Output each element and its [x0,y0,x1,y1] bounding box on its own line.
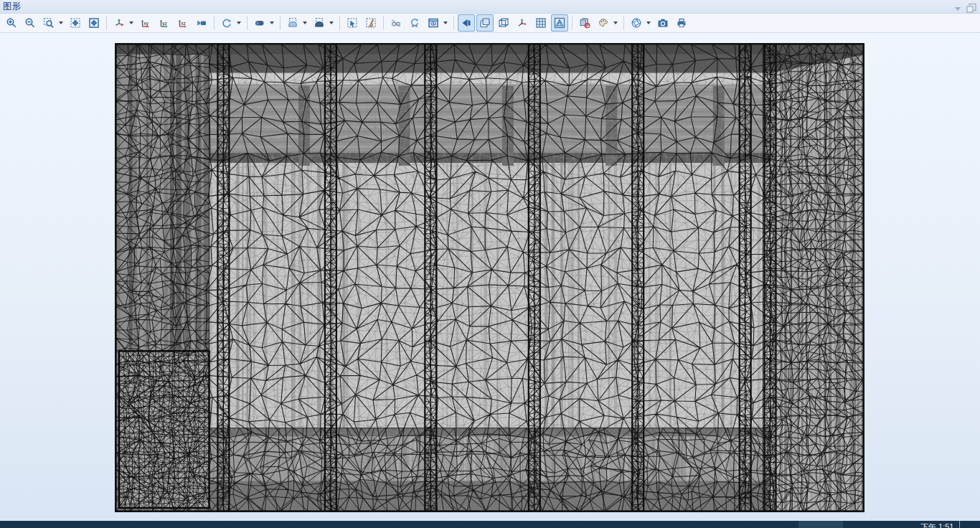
graphics-viewport[interactable] [115,43,864,512]
scene-light-icon [254,17,265,29]
scene-refresh-icon [631,17,642,29]
hide-geometry-icon [579,17,590,29]
graphics-toolbar: xyyzxz [0,14,980,33]
view-xz-button[interactable]: xz [174,14,192,32]
toolbar-separator [339,16,340,30]
add-selection-icon [287,17,298,29]
show-grid-button[interactable] [532,14,550,32]
toolbar-separator [106,16,107,30]
camera-projection-icon [196,17,207,29]
scene-light-dropdown-arrow[interactable] [270,22,274,24]
clear-selection-icon [365,17,377,29]
svg-text:yz: yz [162,21,167,27]
zoom-box-button[interactable] [40,14,57,32]
toolbar-separator [280,16,281,30]
orthographic-projection-button[interactable] [458,14,475,32]
window-titlebar: 图形 [0,0,980,14]
hide-selected-button[interactable] [387,14,405,32]
window-controls [955,2,977,14]
show-mesh-button[interactable] [551,14,568,32]
zoom-out-icon [24,17,36,29]
default-3d-view-icon [113,17,125,29]
zoom-in-icon [6,17,17,29]
show-axes-button[interactable] [514,14,531,32]
zoom-box-icon [43,17,55,29]
hide-geometry-button[interactable] [576,14,593,32]
zoom-extents-button[interactable] [85,14,103,32]
zoom-selected-button[interactable] [67,14,84,32]
hide-selected-icon [390,17,402,29]
windows-taskbar[interactable]: 下午 1:51 [0,521,980,528]
zoom-extents-icon [88,17,100,29]
toolbar-separator [453,16,454,30]
remove-selection-icon [314,17,325,29]
zoom-out-button[interactable] [22,14,39,32]
default-3d-view-dropdown-arrow[interactable] [129,22,133,24]
view-hidden-dropdown-arrow[interactable] [443,22,448,24]
rotate-button[interactable] [218,14,235,32]
clear-selection-button[interactable] [362,14,380,32]
zoom-selected-icon [70,17,81,29]
show-axes-icon [517,17,528,29]
scene-refresh-dropdown-arrow[interactable] [646,22,651,24]
view-hidden-icon [428,17,439,29]
default-3d-view-button[interactable] [110,14,128,32]
toolbar-separator [214,16,215,30]
add-selection-button[interactable] [284,14,301,32]
zoom-in-button[interactable] [3,14,20,32]
rotate-icon [221,17,232,29]
print-button[interactable] [673,14,690,32]
view-yz-icon: yz [159,17,170,29]
snapshot-camera-button[interactable] [654,14,672,32]
toolbar-separator [572,16,573,30]
view-xy-button[interactable]: xy [137,14,154,32]
add-selection-dropdown-arrow[interactable] [303,22,307,24]
remove-selection-dropdown-arrow[interactable] [329,22,334,24]
svg-text:xz: xz [181,21,186,26]
reset-hiding-button[interactable] [406,14,423,32]
wireframe-box-button[interactable] [495,14,512,32]
color-theme-button[interactable] [595,14,612,32]
svg-text:xy: xy [143,21,149,27]
taskbar-divider [959,521,960,528]
color-theme-icon [598,17,609,29]
taskbar-app-segment[interactable] [798,521,843,528]
toolbar-separator [383,16,384,30]
view-xy-icon: xy [140,17,151,29]
taskbar-clock: 下午 1:51 [920,522,953,528]
view-planes-button[interactable] [476,14,494,32]
scene-refresh-button[interactable] [628,14,645,32]
toolbar-separator [623,16,624,30]
float-window-icon[interactable] [966,2,977,14]
view-xz-icon: xz [177,17,189,29]
box-select-button[interactable] [344,14,361,32]
mesh-3d-view[interactable] [116,44,863,511]
snapshot-camera-icon [657,17,669,29]
show-grid-icon [535,17,547,29]
view-planes-icon [479,17,491,29]
scene-light-button[interactable] [251,14,268,32]
reset-hiding-icon [409,17,420,29]
show-mesh-icon [554,17,565,29]
toolbar-separator [247,16,248,30]
window-title: 图形 [3,1,21,13]
box-select-icon [347,17,358,29]
print-icon [676,17,687,29]
view-hidden-button[interactable] [425,14,442,32]
window-menu-chevron-icon[interactable] [955,7,961,11]
orthographic-projection-icon [461,17,472,29]
wireframe-box-icon [498,17,509,29]
view-yz-button[interactable]: yz [156,14,173,32]
zoom-box-dropdown-arrow[interactable] [59,22,63,24]
remove-selection-button[interactable] [311,14,328,32]
camera-projection-button[interactable] [193,14,210,32]
color-theme-dropdown-arrow[interactable] [613,22,618,24]
rotate-dropdown-arrow[interactable] [237,22,241,24]
